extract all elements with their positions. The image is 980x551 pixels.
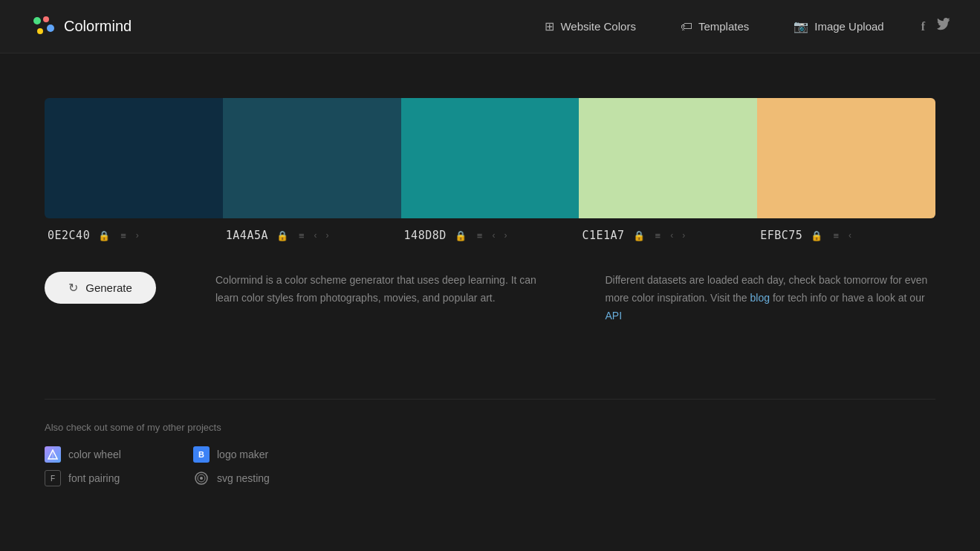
svg-nesting-icon (193, 470, 210, 486)
arrow-right-1[interactable]: › (134, 229, 140, 241)
facebook-icon: f (921, 20, 925, 33)
description-2-mid: for tech info or have a look at our (770, 292, 925, 304)
color-hex-4: C1E1A7 (582, 229, 624, 242)
footer-col-left: color wheel F font pairing (45, 446, 193, 486)
color-info-4: C1E1A7 🔒 ≡ ‹ › (579, 229, 757, 242)
arrow-left-3[interactable]: ‹ (490, 229, 496, 241)
nav-website-colors-label: Website Colors (560, 20, 635, 33)
color-wheel-link[interactable]: color wheel (45, 446, 193, 463)
color-wheel-label: color wheel (68, 449, 121, 460)
color-hex-2: 1A4A5A (226, 229, 268, 242)
lock-btn-2[interactable]: 🔒 (274, 229, 291, 242)
logo-maker-label: logo maker (217, 449, 268, 460)
generate-button-label: Generate (85, 281, 132, 294)
facebook-link[interactable]: f (921, 19, 925, 34)
font-pairing-label: font pairing (68, 472, 120, 484)
grid-icon: ⊞ (545, 19, 554, 33)
logo-text: Colormind (64, 18, 132, 35)
camera-icon: 📷 (794, 19, 808, 33)
svg-point-2 (47, 25, 54, 32)
social-links: f (906, 18, 950, 35)
svg-point-8 (200, 477, 203, 480)
twitter-link[interactable] (937, 18, 950, 35)
main-nav: ⊞ Website Colors 🏷 Templates 📷 Image Upl… (522, 0, 906, 53)
color-info-2: 1A4A5A 🔒 ≡ ‹ › (223, 229, 401, 242)
font-pairing-icon: F (45, 470, 61, 486)
color-hex-5: EFBC75 (760, 229, 802, 242)
arrow-left-2[interactable]: ‹ (313, 229, 319, 241)
color-palette (45, 98, 935, 218)
generate-section: ↻ Generate Colormind is a color scheme g… (45, 272, 935, 325)
svg-nesting-link[interactable]: svg nesting (193, 470, 342, 486)
arrow-right-2[interactable]: › (325, 229, 331, 241)
color-swatch-2[interactable] (223, 98, 401, 218)
logo-icon (30, 13, 56, 40)
color-info-1: 0E2C40 🔒 ≡ › (45, 229, 223, 242)
color-hex-1: 0E2C40 (48, 229, 90, 242)
color-swatch-4[interactable] (579, 98, 757, 218)
refresh-icon: ↻ (68, 281, 78, 295)
footer-title: Also check out some of my other projects (45, 422, 935, 433)
adjust-btn-4[interactable]: ≡ (653, 229, 663, 242)
color-wheel-icon (45, 446, 61, 463)
description-1-text: Colormind is a color scheme generator th… (215, 274, 536, 304)
nav-image-upload[interactable]: 📷 Image Upload (771, 0, 906, 53)
svg-point-0 (33, 17, 41, 25)
color-swatch-3[interactable] (401, 98, 580, 218)
description-2: Different datasets are loaded each day, … (606, 272, 936, 325)
svg-point-3 (37, 28, 43, 34)
arrow-right-3[interactable]: › (502, 229, 508, 241)
nav-templates[interactable]: 🏷 Templates (658, 0, 771, 53)
lock-btn-3[interactable]: 🔒 (452, 229, 469, 242)
svg-nesting-label: svg nesting (217, 472, 270, 484)
description-1: Colormind is a color scheme generator th… (215, 272, 546, 307)
adjust-btn-2[interactable]: ≡ (296, 229, 307, 242)
logo-link[interactable]: Colormind (30, 13, 132, 40)
lock-btn-1[interactable]: 🔒 (96, 229, 112, 242)
color-swatch-1[interactable] (45, 98, 223, 218)
arrow-left-5[interactable]: ‹ (847, 229, 853, 241)
color-info-5: EFBC75 🔒 ≡ ‹ (757, 229, 935, 242)
arrow-left-4[interactable]: ‹ (669, 229, 675, 241)
font-pairing-link[interactable]: F font pairing (45, 470, 193, 486)
nav-website-colors[interactable]: ⊞ Website Colors (522, 0, 658, 53)
color-info-3: 148D8D 🔒 ≡ ‹ › (401, 229, 580, 242)
logo-maker-link[interactable]: B logo maker (193, 446, 342, 463)
color-hex-3: 148D8D (404, 229, 447, 242)
arrow-right-4[interactable]: › (681, 229, 687, 241)
twitter-icon (937, 19, 950, 34)
color-swatch-5[interactable] (757, 98, 935, 218)
svg-point-1 (43, 16, 49, 22)
footer-links: color wheel F font pairing B logo maker (45, 446, 935, 486)
bookmark-icon: 🏷 (681, 20, 692, 33)
blog-link[interactable]: blog (750, 292, 770, 304)
footer: Also check out some of my other projects… (0, 400, 980, 516)
header: Colormind ⊞ Website Colors 🏷 Templates 📷… (0, 0, 980, 53)
nav-templates-label: Templates (698, 20, 749, 33)
generate-button[interactable]: ↻ Generate (45, 272, 156, 304)
adjust-btn-5[interactable]: ≡ (831, 229, 841, 242)
logo-maker-icon: B (193, 446, 210, 463)
nav-image-upload-label: Image Upload (814, 20, 883, 33)
lock-btn-5[interactable]: 🔒 (808, 229, 825, 242)
lock-btn-4[interactable]: 🔒 (631, 229, 647, 242)
main-content: 0E2C40 🔒 ≡ › 1A4A5A 🔒 ≡ ‹ › 148D8D 🔒 ≡ ‹… (0, 53, 980, 399)
footer-col-right: B logo maker svg nesting (193, 446, 342, 486)
api-link[interactable]: API (606, 310, 623, 322)
palette-info-row: 0E2C40 🔒 ≡ › 1A4A5A 🔒 ≡ ‹ › 148D8D 🔒 ≡ ‹… (45, 229, 935, 242)
adjust-btn-3[interactable]: ≡ (475, 229, 485, 242)
adjust-btn-1[interactable]: ≡ (118, 229, 129, 242)
